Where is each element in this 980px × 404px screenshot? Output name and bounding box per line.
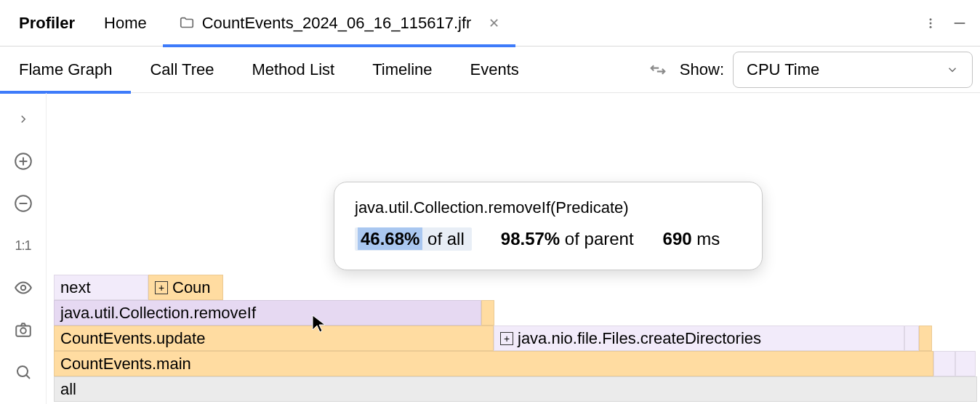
profiler-view-tabs: Flame Graph Call Tree Method List Timeli… bbox=[0, 47, 980, 93]
scale-1to1[interactable]: 1:1 bbox=[10, 233, 36, 259]
flame-frame-coun[interactable]: + Coun bbox=[148, 275, 223, 300]
tab-flame-graph[interactable]: Flame Graph bbox=[0, 47, 131, 93]
flame-frame-all[interactable]: all bbox=[54, 376, 977, 402]
tooltip-time: 690 ms bbox=[663, 229, 720, 249]
tab-file[interactable]: CountEvents_2024_06_16_115617.jfr ✕ bbox=[163, 0, 516, 47]
tooltip-method: java.util.Collection.removeIf(Predicate) bbox=[355, 198, 742, 217]
tab-label: CountEvents_2024_06_16_115617.jfr bbox=[202, 14, 472, 33]
flame-frame-stub[interactable] bbox=[919, 326, 932, 351]
tooltip-pct-of-parent: 98.57% of parent bbox=[501, 229, 634, 249]
swap-icon[interactable] bbox=[648, 60, 668, 80]
show-value: CPU Time bbox=[747, 60, 819, 79]
tab-timeline[interactable]: Timeline bbox=[353, 47, 451, 93]
svg-point-11 bbox=[20, 328, 26, 334]
zoom-in-icon[interactable] bbox=[10, 148, 36, 174]
tool-window-title: Profiler bbox=[6, 14, 88, 33]
svg-point-9 bbox=[20, 286, 25, 291]
flame-frame-create-directories[interactable]: + java.nio.file.Files.createDirectories bbox=[494, 326, 904, 351]
show-label: Show: bbox=[680, 60, 724, 79]
tab-events[interactable]: Events bbox=[451, 47, 538, 93]
flame-frame-stub[interactable] bbox=[955, 351, 976, 376]
close-icon[interactable]: ✕ bbox=[489, 15, 499, 31]
svg-point-1 bbox=[930, 22, 932, 24]
minimize-icon[interactable] bbox=[945, 9, 974, 38]
expand-icon[interactable]: + bbox=[155, 281, 168, 294]
flame-graph-toolbar: 1:1 bbox=[0, 93, 47, 404]
expand-icon[interactable] bbox=[10, 106, 36, 132]
folder-icon bbox=[179, 15, 195, 31]
tooltip-pct-of-all: 46.68% of all bbox=[355, 227, 472, 251]
expand-icon[interactable]: + bbox=[500, 332, 513, 345]
search-icon[interactable] bbox=[10, 359, 36, 385]
eye-icon[interactable] bbox=[10, 275, 36, 301]
camera-icon[interactable] bbox=[10, 317, 36, 343]
tab-label: Home bbox=[104, 14, 147, 33]
flame-frame-removeif[interactable]: java.util.Collection.removeIf bbox=[54, 300, 481, 326]
svg-point-12 bbox=[17, 366, 28, 376]
chevron-down-icon bbox=[946, 63, 959, 76]
svg-line-13 bbox=[26, 375, 30, 379]
flame-frame-stub[interactable] bbox=[933, 351, 955, 376]
svg-point-0 bbox=[930, 18, 932, 20]
more-icon[interactable] bbox=[916, 9, 945, 38]
tooltip-stats: 46.68% of all 98.57% of parent 690 ms bbox=[355, 227, 742, 251]
zoom-out-icon[interactable] bbox=[10, 190, 36, 217]
flame-frame-stub[interactable] bbox=[481, 300, 494, 326]
flame-frame-stub[interactable] bbox=[904, 326, 919, 351]
flame-frame-next[interactable]: next bbox=[54, 275, 148, 300]
svg-point-2 bbox=[930, 25, 932, 28]
flame-frame-main[interactable]: CountEvents.main bbox=[54, 351, 933, 376]
show-metric-select[interactable]: CPU Time bbox=[733, 52, 973, 88]
flame-tooltip: java.util.Collection.removeIf(Predicate)… bbox=[334, 182, 763, 270]
tab-method-list[interactable]: Method List bbox=[233, 47, 353, 93]
flame-frame-update[interactable]: CountEvents.update bbox=[54, 326, 494, 351]
top-tab-bar: Profiler Home CountEvents_2024_06_16_115… bbox=[0, 0, 980, 47]
tab-home[interactable]: Home bbox=[88, 0, 163, 47]
tab-call-tree[interactable]: Call Tree bbox=[131, 47, 233, 93]
